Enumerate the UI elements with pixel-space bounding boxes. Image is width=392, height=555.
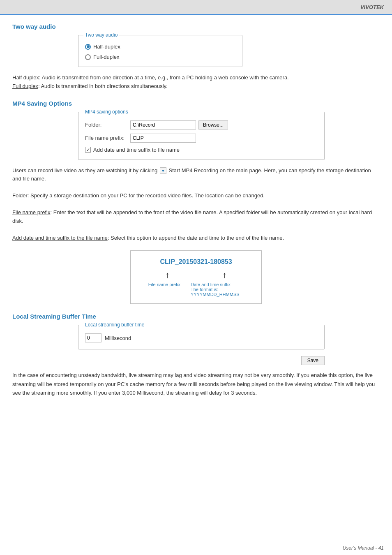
folder-desc-text: : Specify a storage destination on your … xyxy=(28,192,265,199)
half-duplex-radio[interactable] xyxy=(85,44,91,50)
prefix-desc-text: : Enter the text that will be appended t… xyxy=(12,209,372,224)
mp4-saving-panel: MP4 saving options Folder: Browse... Fil… xyxy=(78,112,325,160)
arrows-row: ↑ ↑ xyxy=(139,270,253,280)
format-label: The format is: YYYYMMDD_HHMMSS xyxy=(191,287,252,297)
full-duplex-radio[interactable] xyxy=(85,54,91,60)
buffer-row: Millisecond xyxy=(85,333,318,342)
local-streaming-description: In the case of encountering unsteady ban… xyxy=(12,371,380,397)
date-time-suffix-label: Date and time suffix xyxy=(191,282,252,287)
save-btn-row: Save xyxy=(78,356,325,365)
clip-diagram: CLIP_20150321-180853 ↑ ↑ File name prefi… xyxy=(130,250,262,304)
local-streaming-section: Local Streaming Buffer Time Local stream… xyxy=(12,313,380,397)
start-mp4-icon[interactable] xyxy=(160,167,166,174)
browse-button[interactable]: Browse... xyxy=(198,120,228,130)
full-duplex-option[interactable]: Full-duplex xyxy=(85,54,235,60)
main-content: Two way audio Two way audio Half-duplex … xyxy=(0,15,392,419)
clip-filename: CLIP_20150321-180853 xyxy=(139,258,253,266)
two-way-audio-panel: Two way audio Half-duplex Full-duplex xyxy=(78,35,242,67)
suffix-arrow: ↑ xyxy=(222,270,227,280)
suffix-desc-term: Add date and time suffix to the file nam… xyxy=(12,235,108,241)
two-way-audio-title: Two way audio xyxy=(12,23,380,30)
mp4-saving-title: MP4 Saving Options xyxy=(12,100,380,107)
suffix-desc-text: : Select this option to append the date … xyxy=(108,235,284,241)
prefix-desc-term: File name prefix xyxy=(12,209,50,215)
half-duplex-desc: : Audio is transmitted from one directio… xyxy=(39,74,289,81)
buffer-input[interactable] xyxy=(85,333,101,342)
full-duplex-term: Full duplex xyxy=(12,83,38,89)
folder-input[interactable] xyxy=(130,120,196,130)
two-way-audio-legend: Two way audio xyxy=(83,32,119,38)
suffix-checkbox-label: Add date and time suffix to file name xyxy=(93,147,180,153)
half-duplex-label: Half-duplex xyxy=(93,44,120,50)
audio-mode-group: Half-duplex Full-duplex xyxy=(85,44,235,60)
prefix-diagram-label: File name prefix xyxy=(140,282,189,297)
half-duplex-term: Half duplex xyxy=(12,74,39,81)
mp4-desc-users: Users can record live video as they are … xyxy=(12,167,157,173)
local-streaming-title: Local Streaming Buffer Time xyxy=(12,313,380,320)
prefix-description: File name prefix: Enter the text that wi… xyxy=(12,208,380,226)
prefix-input[interactable] xyxy=(130,134,196,143)
prefix-label: File name prefix: xyxy=(85,135,130,141)
full-duplex-label: Full-duplex xyxy=(93,54,120,60)
two-way-audio-section: Two way audio Two way audio Half-duplex … xyxy=(12,23,380,91)
suffix-description: Add date and time suffix to the file nam… xyxy=(12,234,380,243)
mp4-saving-legend: MP4 saving options xyxy=(83,109,130,115)
prefix-arrow: ↑ xyxy=(165,270,170,280)
two-way-audio-description: Half duplex: Audio is transmitted from o… xyxy=(12,74,380,91)
millisecond-label: Millisecond xyxy=(105,335,131,341)
folder-label: Folder: xyxy=(85,122,130,128)
brand-label: VIVOTEK xyxy=(360,4,384,10)
suffix-checkbox-row[interactable]: ✓ Add date and time suffix to file name xyxy=(85,147,318,153)
folder-row: Folder: Browse... xyxy=(85,120,318,130)
folder-description: Folder: Specify a storage destination on… xyxy=(12,192,380,200)
top-bar: VIVOTEK xyxy=(0,0,392,15)
full-duplex-desc: : Audio is transmitted in both direction… xyxy=(38,83,168,89)
local-streaming-panel: Local streaming buffer time Millisecond xyxy=(78,325,325,349)
prefix-row: File name prefix: xyxy=(85,134,318,143)
suffix-diagram-labels: Date and time suffix The format is: YYYY… xyxy=(191,282,252,297)
local-streaming-legend: Local streaming buffer time xyxy=(83,322,146,328)
mp4-saving-section: MP4 Saving Options MP4 saving options Fo… xyxy=(12,100,380,304)
half-duplex-option[interactable]: Half-duplex xyxy=(85,44,235,50)
folder-desc-term: Folder xyxy=(12,192,28,199)
footer-label: User's Manual - 41 xyxy=(343,545,384,551)
suffix-checkbox[interactable]: ✓ xyxy=(85,147,91,153)
save-button[interactable]: Save xyxy=(301,356,325,365)
mp4-description: Users can record live video as they are … xyxy=(12,166,380,184)
diagram-labels: File name prefix Date and time suffix Th… xyxy=(139,282,253,297)
